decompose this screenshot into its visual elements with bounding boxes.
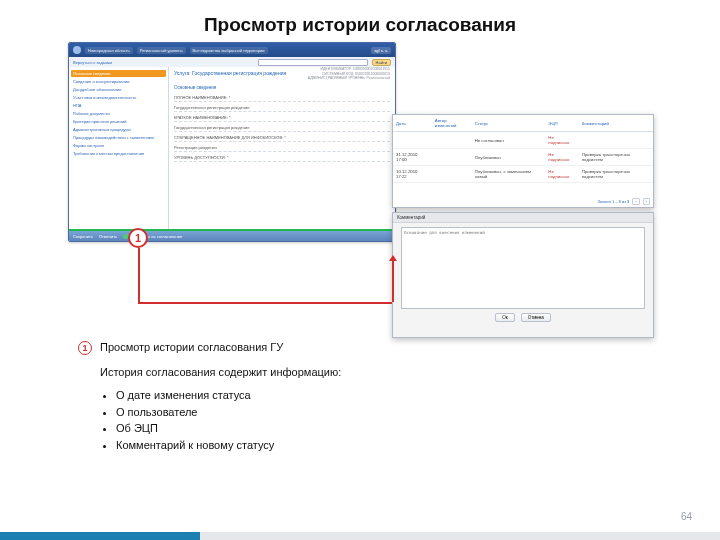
- history-table: Дата Автор изменений Статус ЭЦП Коммента…: [393, 115, 653, 183]
- meta-block: ИДЕНТИФИКАТОР: 5300000001000001915 СИСТЕ…: [174, 67, 390, 81]
- sidebar-item[interactable]: Досудебное обжалование: [71, 86, 166, 93]
- field-value: Государственная регистрация рождения: [174, 124, 390, 132]
- user-chip[interactable]: sgf s. s.: [371, 47, 391, 54]
- col-comment: Комментарий: [579, 115, 653, 132]
- sidebar-item[interactable]: Участники и межведомственность: [71, 94, 166, 101]
- sidebar: Основные сведения Сведения о консультиро…: [69, 67, 169, 231]
- sidebar-item[interactable]: Сведения о консультировании: [71, 78, 166, 85]
- app-main-window: Новгородская область Региональный уровен…: [68, 42, 396, 242]
- crumb-scope[interactable]: Все ведомства выбранной территории: [190, 47, 268, 54]
- sidebar-item[interactable]: Формы контроля: [71, 142, 166, 149]
- table-row[interactable]: 31.12.2010 17:00 ОпубликованНе подписано…: [393, 149, 653, 166]
- content-pane: Услуга: Государственная регистрация рожд…: [169, 67, 395, 231]
- col-ecp: ЭЦП: [545, 115, 578, 132]
- pager-info: Записи 1 – 3 из 3: [598, 199, 630, 204]
- field-value: Государственная регистрация рождения: [174, 104, 390, 112]
- explanation-block: 1 Просмотр истории согласования ГУ Истор…: [100, 340, 420, 455]
- cancel-button[interactable]: Отменить: [99, 234, 117, 239]
- app-toolbar: Вернуться к задачам Найти: [69, 57, 395, 67]
- arrow-icon: [389, 255, 397, 261]
- slide-title: Просмотр истории согласования: [0, 0, 720, 42]
- explain-lead: Просмотр истории согласования ГУ: [100, 341, 283, 353]
- table-row[interactable]: 10.12.2010 17:22 Опубликован, с замечани…: [393, 166, 653, 183]
- table-row[interactable]: Не согласованНе подписано: [393, 132, 653, 149]
- list-item: Комментарий к новому статусу: [116, 438, 420, 453]
- page-number: 64: [681, 511, 692, 522]
- callout-connector: [138, 302, 392, 304]
- cancel-button[interactable]: Отмена: [521, 313, 551, 322]
- sidebar-item[interactable]: Административные процедуры: [71, 126, 166, 133]
- col-date: Дата: [393, 115, 432, 132]
- col-status: Статус: [472, 115, 546, 132]
- section-title: Основные сведения: [174, 85, 390, 90]
- comment-textarea[interactable]: [401, 227, 645, 309]
- field-label: ПОЛНОЕ НАИМЕНОВАНИЕ: *: [174, 94, 390, 102]
- app-titlebar: Новгородская область Региональный уровен…: [69, 43, 395, 57]
- footer-bar: [200, 532, 720, 540]
- sidebar-item[interactable]: Процедуры взаимодействия с заявителями: [71, 134, 166, 141]
- sidebar-item[interactable]: Основные сведения: [71, 70, 166, 77]
- callout-badge-1: 1: [128, 228, 148, 248]
- sidebar-item[interactable]: Критерии принятия решений: [71, 118, 166, 125]
- list-item: Об ЭЦП: [116, 421, 420, 436]
- history-popup: Дата Автор изменений Статус ЭЦП Коммента…: [392, 114, 654, 208]
- field-value: Регистрация рождения: [174, 144, 390, 152]
- save-button[interactable]: Сохранить: [73, 234, 93, 239]
- list-item: О пользователе: [116, 405, 420, 420]
- col-author: Автор изменений: [432, 115, 472, 132]
- search-input[interactable]: [258, 59, 368, 66]
- back-link[interactable]: Вернуться к задачам: [73, 60, 112, 65]
- crumb-level[interactable]: Региональный уровень: [137, 47, 186, 54]
- explain-intro: История согласования содержит информацию…: [100, 365, 420, 380]
- logo-icon: [73, 46, 81, 54]
- field-label: УРОВЕНЬ ДОСТУПНОСТИ: *: [174, 154, 390, 162]
- field-label: СОКРАЩЕННОЕ НАИМЕНОВАНИЕ ДЛЯ ИНФОКИОСКОВ…: [174, 134, 390, 142]
- callout-connector: [138, 248, 140, 302]
- pager-prev[interactable]: ‹: [632, 198, 639, 205]
- sidebar-item[interactable]: НПА: [71, 102, 166, 109]
- list-item: О дате изменения статуса: [116, 388, 420, 403]
- pager-next[interactable]: ›: [643, 198, 650, 205]
- explain-list: О дате изменения статуса О пользователе …: [100, 388, 420, 453]
- action-bar: Сохранить Отменить Отправить на согласов…: [69, 229, 395, 241]
- dialog-title: Комментарий: [393, 213, 653, 223]
- ok-button[interactable]: Ок: [495, 313, 514, 322]
- callout-badge-1-small: 1: [78, 341, 92, 355]
- stage: Новгородская область Региональный уровен…: [0, 42, 720, 342]
- sidebar-item[interactable]: Требования к местам предоставления: [71, 150, 166, 157]
- callout-connector: [392, 260, 394, 302]
- sidebar-item[interactable]: Рабочие документы: [71, 110, 166, 117]
- crumb-region[interactable]: Новгородская область: [85, 47, 133, 54]
- comment-dialog: Комментарий Ок Отмена: [392, 212, 654, 338]
- pager: Записи 1 – 3 из 3 ‹ ›: [598, 198, 651, 205]
- field-label: КРАТКОЕ НАИМЕНОВАНИЕ: *: [174, 114, 390, 122]
- search-button[interactable]: Найти: [372, 59, 391, 66]
- footer-bar-accent: [0, 532, 200, 540]
